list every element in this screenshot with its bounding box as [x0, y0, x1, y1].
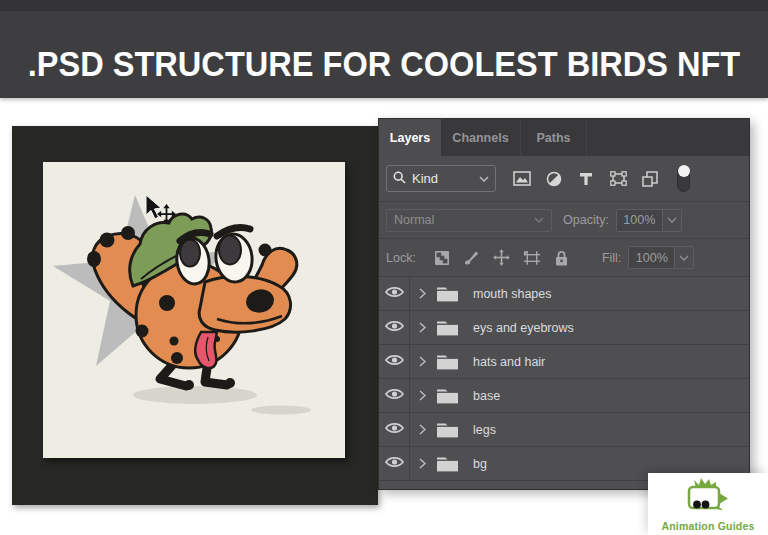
expand-chevron-icon[interactable]	[419, 458, 426, 469]
layers-panel: Layers Channels Paths Kind	[378, 118, 750, 490]
chevron-down-icon	[479, 176, 489, 182]
tab-layers[interactable]: Layers	[379, 119, 441, 156]
page: .PSD STRUCTURE FOR COOLEST BIRDS NFT	[0, 0, 768, 535]
tab-paths[interactable]: Paths	[521, 119, 587, 156]
tab-channels-label: Channels	[452, 131, 508, 145]
group-folder-icon	[436, 387, 459, 404]
tab-layers-label: Layers	[390, 131, 430, 145]
expand-chevron-icon[interactable]	[419, 424, 426, 435]
eye-icon	[385, 286, 404, 301]
expand-chevron-icon[interactable]	[419, 390, 426, 401]
smart-object-filter-icon[interactable]	[641, 171, 659, 187]
blend-mode-dropdown[interactable]: Normal	[386, 209, 552, 232]
header-banner: .PSD STRUCTURE FOR COOLEST BIRDS NFT	[0, 0, 768, 98]
layer-name: eys and eyebrows	[473, 321, 574, 335]
type-layer-filter-icon[interactable]	[577, 172, 595, 186]
tab-channels[interactable]: Channels	[441, 119, 521, 156]
opacity-value: 100%	[617, 210, 662, 231]
chevron-down-icon	[662, 210, 681, 231]
chevron-down-icon	[534, 217, 544, 223]
brand-logo-card: Animation Guides	[648, 473, 768, 535]
shape-layer-filter-icon[interactable]	[609, 171, 627, 186]
eye-icon	[385, 354, 404, 369]
ground-shadow-small	[251, 406, 311, 415]
pixel-layer-filter-icon[interactable]	[513, 171, 531, 186]
fill-label: Fill:	[602, 251, 621, 265]
filter-toggle[interactable]	[677, 165, 690, 192]
visibility-toggle[interactable]	[379, 413, 410, 446]
layer-row-legs[interactable]: legs	[379, 413, 749, 447]
layer-name: bg	[473, 457, 487, 471]
lock-position-icon[interactable]	[493, 249, 511, 266]
eye-icon	[385, 388, 404, 403]
filter-toggle-ball	[678, 165, 690, 177]
visibility-toggle[interactable]	[379, 311, 410, 344]
group-folder-icon	[436, 353, 459, 370]
layer-name: legs	[473, 423, 496, 437]
blend-mode-label: Normal	[394, 213, 534, 227]
opacity-control[interactable]: 100%	[616, 209, 682, 232]
character-illustration	[43, 162, 345, 458]
expand-chevron-icon[interactable]	[419, 356, 426, 367]
visibility-toggle[interactable]	[379, 379, 410, 412]
lock-all-icon[interactable]	[553, 250, 571, 266]
tab-paths-label: Paths	[536, 131, 570, 145]
lock-transparency-icon[interactable]	[433, 250, 451, 266]
fill-value: 100%	[629, 247, 674, 268]
canvas-surface[interactable]	[43, 162, 345, 458]
blend-mode-row: Normal Opacity: 100%	[379, 202, 749, 239]
page-title: .PSD STRUCTURE FOR COOLEST BIRDS NFT	[27, 44, 741, 84]
lock-artboard-icon[interactable]	[523, 250, 541, 266]
expand-chevron-icon[interactable]	[419, 288, 426, 299]
group-folder-icon	[436, 421, 459, 438]
group-folder-icon	[436, 455, 459, 472]
filter-kind-label: Kind	[412, 171, 479, 186]
lock-pixels-icon[interactable]	[463, 249, 481, 266]
brand-logo-text: Animation Guides	[661, 520, 754, 532]
tongue	[195, 332, 217, 368]
opacity-label: Opacity:	[563, 213, 609, 227]
panel-tabstrip: Layers Channels Paths	[379, 119, 749, 156]
bird-logo-icon	[676, 476, 740, 520]
ground-shadow	[133, 386, 257, 404]
canvas-pasteboard	[12, 126, 378, 505]
layer-row-base[interactable]: base	[379, 379, 749, 413]
visibility-toggle[interactable]	[379, 345, 410, 378]
visibility-toggle[interactable]	[379, 447, 410, 480]
lock-label: Lock:	[386, 251, 416, 265]
layer-row-hats-and-hair[interactable]: hats and hair	[379, 345, 749, 379]
eye-icon	[385, 422, 404, 437]
layer-row-eys-and-eyebrows[interactable]: eys and eyebrows	[379, 311, 749, 345]
layer-list: mouth shapes eys and eyebrows	[379, 277, 749, 481]
layer-row-mouth-shapes[interactable]: mouth shapes	[379, 277, 749, 311]
header-top-strip	[0, 0, 768, 11]
lock-row: Lock: Fill: 100%	[379, 239, 749, 277]
search-icon	[393, 171, 406, 187]
adjustment-layer-filter-icon[interactable]	[545, 171, 563, 187]
layer-name: base	[473, 389, 500, 403]
visibility-toggle[interactable]	[379, 277, 410, 310]
eye-icon	[385, 456, 404, 471]
group-folder-icon	[436, 285, 459, 302]
group-folder-icon	[436, 319, 459, 336]
chevron-down-icon	[674, 247, 693, 268]
expand-chevron-icon[interactable]	[419, 322, 426, 333]
eye-icon	[385, 320, 404, 335]
layer-name: hats and hair	[473, 355, 545, 369]
filter-kind-dropdown[interactable]: Kind	[386, 165, 496, 192]
layer-filter-row: Kind	[379, 156, 749, 202]
fill-control[interactable]: 100%	[628, 246, 694, 269]
layer-name: mouth shapes	[473, 287, 552, 301]
